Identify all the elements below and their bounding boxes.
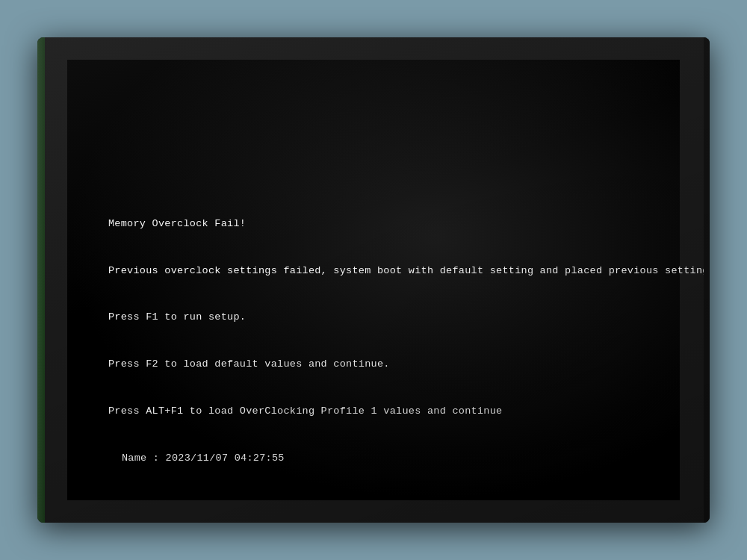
left-bezel-strip [37, 37, 45, 523]
bios-line-1: Memory Overclock Fail! [108, 217, 710, 232]
bios-line-4: Press F2 to load default values and cont… [108, 357, 710, 373]
monitor-frame: Memory Overclock Fail! Previous overcloc… [37, 37, 710, 523]
bios-line-3: Press F1 to run setup. [108, 310, 710, 326]
bios-line-2: Previous overclock settings failed, syst… [108, 264, 710, 279]
right-bezel-strip [704, 37, 710, 523]
bios-text-block: Memory Overclock Fail! Previous overcloc… [108, 185, 710, 523]
bios-spacer [108, 497, 710, 513]
screen: Memory Overclock Fail! Previous overcloc… [67, 60, 680, 500]
bios-line-6-name: Name : 2023/11/07 04:27:55 [108, 451, 710, 467]
bios-line-5: Press ALT+F1 to load OverClocking Profil… [108, 404, 710, 420]
